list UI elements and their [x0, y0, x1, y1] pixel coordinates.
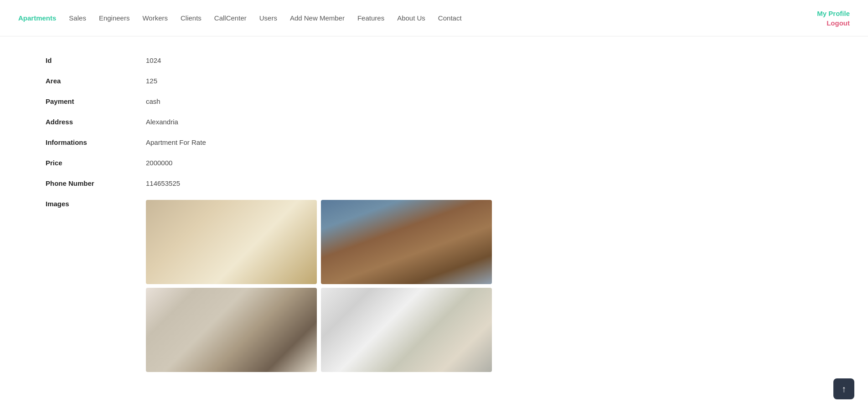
nav-item-callcenter[interactable]: CallCenter	[214, 14, 247, 22]
apartment-image-3	[146, 288, 317, 372]
field-value: Alexandria	[146, 112, 822, 132]
apartment-image-4	[321, 288, 492, 372]
detail-row: Area 125	[46, 71, 822, 91]
field-label: Id	[46, 50, 146, 71]
field-value: 1024	[146, 50, 822, 71]
nav-user-section: My Profile Logout	[817, 10, 850, 27]
field-label: Area	[46, 71, 146, 91]
field-value: cash	[146, 91, 822, 112]
field-label: Informations	[46, 132, 146, 153]
field-label: Payment	[46, 91, 146, 112]
nav-item-contact[interactable]: Contact	[438, 14, 462, 22]
nav-links: ApartmentsSalesEngineersWorkersClientsCa…	[18, 14, 462, 22]
field-value: 2000000	[146, 153, 822, 173]
my-profile-link[interactable]: My Profile	[817, 10, 850, 17]
nav-item-engineers[interactable]: Engineers	[99, 14, 130, 22]
images-grid	[146, 200, 492, 372]
nav-item-users[interactable]: Users	[259, 14, 277, 22]
images-cell	[146, 194, 822, 378]
main-nav: ApartmentsSalesEngineersWorkersClientsCa…	[0, 0, 868, 36]
detail-table: Id 1024 Area 125 Payment cash Address Al…	[46, 50, 822, 378]
nav-item-about-us[interactable]: About Us	[397, 14, 425, 22]
nav-item-clients[interactable]: Clients	[181, 14, 202, 22]
field-value: 125	[146, 71, 822, 91]
scroll-top-icon: ↑	[842, 384, 846, 393]
logout-link[interactable]: Logout	[827, 19, 850, 27]
apartment-image-2	[321, 200, 492, 284]
nav-item-apartments[interactable]: Apartments	[18, 14, 56, 22]
detail-row: Payment cash	[46, 91, 822, 112]
detail-row: Phone Number 114653525	[46, 173, 822, 194]
detail-row: Address Alexandria	[46, 112, 822, 132]
field-label: Phone Number	[46, 173, 146, 194]
detail-row: Informations Apartment For Rate	[46, 132, 822, 153]
nav-item-sales[interactable]: Sales	[69, 14, 86, 22]
nav-item-workers[interactable]: Workers	[142, 14, 168, 22]
nav-item-features[interactable]: Features	[357, 14, 384, 22]
main-content: Id 1024 Area 125 Payment cash Address Al…	[0, 36, 868, 392]
scroll-to-top-button[interactable]: ↑	[833, 378, 854, 392]
images-label: Images	[46, 194, 146, 378]
nav-item-add-new-member[interactable]: Add New Member	[290, 14, 345, 22]
apartment-image-1	[146, 200, 317, 284]
field-label: Address	[46, 112, 146, 132]
detail-row: Price 2000000	[46, 153, 822, 173]
images-row: Images	[46, 194, 822, 378]
detail-row: Id 1024	[46, 50, 822, 71]
field-value: Apartment For Rate	[146, 132, 822, 153]
field-value: 114653525	[146, 173, 822, 194]
field-label: Price	[46, 153, 146, 173]
